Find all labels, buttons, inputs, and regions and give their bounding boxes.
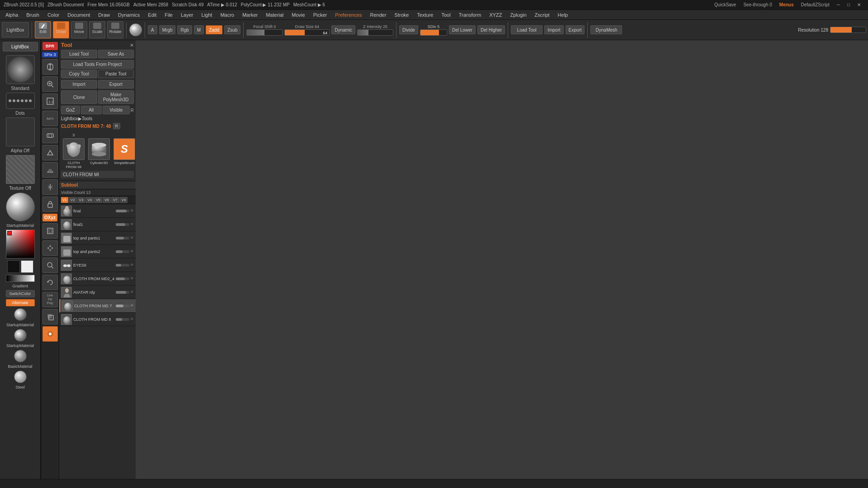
final1-slider[interactable]	[116, 223, 129, 226]
brush-name-label[interactable]: Standard	[3, 86, 38, 91]
menu-stroke[interactable]: Stroke	[391, 11, 413, 19]
material3-label[interactable]: StartupMaterial	[6, 343, 34, 348]
rp-all-btn[interactable]: All	[81, 106, 102, 114]
menu-draw[interactable]: Draw	[94, 11, 113, 19]
gradient-bar[interactable]	[6, 275, 35, 282]
dots-label[interactable]: Dots	[3, 111, 38, 116]
subtool-item-avatar[interactable]: AVATAR rdy 👁	[59, 286, 136, 299]
rp-goz-btn[interactable]: GoZ	[61, 106, 80, 114]
zadd-button[interactable]: Zadd	[206, 25, 222, 34]
quicksave-btn[interactable]: QuickSave	[714, 2, 736, 7]
close-btn[interactable]: ✕	[857, 2, 861, 7]
resolution-slider[interactable]	[830, 27, 866, 33]
import-button[interactable]: Import	[544, 25, 563, 34]
brush-preview[interactable]	[6, 55, 35, 84]
frame-btn[interactable]	[42, 223, 58, 239]
rotate-strip-btn[interactable]	[42, 275, 58, 290]
lsym-btn[interactable]	[42, 179, 58, 195]
v3-btn[interactable]: V3	[77, 197, 85, 203]
menu-xyzz[interactable]: XYZZ	[486, 11, 505, 19]
cloth-md8-eye[interactable]: 👁	[130, 317, 134, 321]
final-eye[interactable]: 👁	[130, 209, 134, 213]
rp-load-tool-btn[interactable]: Load Tool	[61, 50, 97, 58]
menu-render[interactable]: Render	[367, 11, 390, 19]
cloth-md2-eye[interactable]: 👁	[130, 277, 134, 281]
floor-btn[interactable]	[42, 162, 58, 178]
rp-export-btn[interactable]: Export	[98, 80, 134, 89]
alternate-btn[interactable]: Alternate	[6, 299, 35, 306]
subtool-item-cloth-md2[interactable]: CLOTH FROM MD2_4 👁	[59, 272, 136, 286]
rp-copy-tool-btn[interactable]: Copy Tool	[61, 70, 97, 78]
top-pants1-eye[interactable]: 👁	[130, 236, 134, 240]
divide-button[interactable]: Divide	[399, 25, 418, 34]
aahalf-btn[interactable]: AA½	[42, 111, 58, 126]
lock-btn[interactable]	[42, 197, 58, 212]
material2-sphere[interactable]	[14, 308, 27, 321]
rp-clone-btn[interactable]: Clone	[61, 90, 97, 104]
line-fill-btn[interactable]: LineFillPoly	[42, 292, 58, 307]
final1-eye[interactable]: 👁	[130, 222, 134, 226]
menu-layer[interactable]: Layer	[177, 11, 197, 19]
menu-macro[interactable]: Macro	[217, 11, 238, 19]
v5-btn[interactable]: V5	[94, 197, 102, 203]
del-lower-button[interactable]: Del Lower	[449, 25, 476, 34]
a-button[interactable]: A	[148, 25, 157, 34]
z-intensity-label[interactable]: Z Intensity 25	[363, 24, 387, 29]
material4-sphere[interactable]	[14, 350, 27, 362]
menu-light[interactable]: Light	[198, 11, 216, 19]
cloth-from-mi2-label[interactable]: CLOTH FROM MI	[61, 171, 134, 178]
menu-picker[interactable]: Picker	[310, 11, 331, 19]
v8-btn[interactable]: V8	[120, 197, 128, 203]
subtool-item-top-pants1[interactable]: top and pants1 👁	[59, 231, 136, 245]
menu-brush[interactable]: Brush	[23, 11, 43, 19]
subtool-item-cloth-md7[interactable]: CLOTH FROM MD 7 👁	[59, 299, 136, 313]
r-label[interactable]: R	[131, 108, 134, 113]
lightbox-panel-btn[interactable]: LightBox	[3, 42, 38, 52]
menu-alpha[interactable]: Alpha	[2, 11, 22, 19]
menus-btn[interactable]: Menus	[779, 2, 794, 7]
subtool-item-top-pants2[interactable]: top and pants2 👁	[59, 245, 136, 258]
scale-button[interactable]: Scale	[89, 21, 105, 38]
cloth-thumb[interactable]	[63, 138, 85, 160]
v6-btn[interactable]: V6	[103, 197, 111, 203]
alpha-preview[interactable]	[6, 117, 35, 146]
top-pants2-eye[interactable]: 👁	[130, 249, 134, 253]
white-swatch[interactable]	[21, 260, 33, 273]
zoomd-btn[interactable]	[42, 258, 58, 273]
lightbox-tools-link[interactable]: Lightbox▶Tools	[61, 116, 92, 121]
cloth-label[interactable]: CLOTH FROM MD 7: 48	[61, 124, 111, 129]
menu-transform[interactable]: Transform	[455, 11, 485, 19]
solo-btn[interactable]	[42, 326, 58, 342]
default-script[interactable]: DefaultZScript	[801, 2, 830, 7]
eyes6-slider[interactable]	[116, 264, 129, 267]
rp-visible-btn[interactable]: Visible	[103, 106, 130, 114]
draw-button[interactable]: Draw	[53, 21, 69, 38]
v4-btn[interactable]: V4	[85, 197, 94, 203]
resolution-label[interactable]: Resolution 128	[798, 28, 828, 33]
scroll-btn[interactable]	[42, 59, 58, 75]
menu-marker[interactable]: Marker	[239, 11, 261, 19]
maximize-btn[interactable]: □	[847, 2, 850, 7]
top-pants2-slider[interactable]	[116, 250, 129, 253]
v2-btn[interactable]: V2	[69, 197, 77, 203]
lightbox-button[interactable]: LightBox	[2, 22, 29, 38]
alpha-label[interactable]: Alpha Off	[3, 148, 38, 153]
m-button[interactable]: M	[194, 25, 204, 34]
load-tool-button[interactable]: Load Tool	[511, 25, 542, 34]
subtool-item-final[interactable]: final 👁	[59, 204, 136, 218]
subtool-item-eyes6[interactable]: EYES6 👁	[59, 258, 136, 272]
spix-badge[interactable]: SPix 3	[42, 52, 57, 57]
cloth-md8-slider[interactable]	[116, 318, 129, 321]
cloth-md7-slider[interactable]	[116, 305, 129, 307]
color-picker[interactable]	[6, 230, 35, 258]
dynamesh-button[interactable]: DynaMesh	[590, 25, 622, 34]
menu-document[interactable]: Document	[64, 11, 94, 19]
zoom-btn[interactable]	[42, 76, 58, 92]
rp-r-btn[interactable]: R	[113, 123, 121, 129]
focal-shift-slider[interactable]	[246, 29, 283, 36]
dynamic-strip-btn[interactable]	[42, 128, 58, 143]
menu-file[interactable]: File	[161, 11, 176, 19]
move-strip-btn[interactable]	[42, 240, 58, 256]
eyes6-eye[interactable]: 👁	[130, 263, 134, 267]
zsub-button[interactable]: Zsub	[224, 25, 241, 34]
